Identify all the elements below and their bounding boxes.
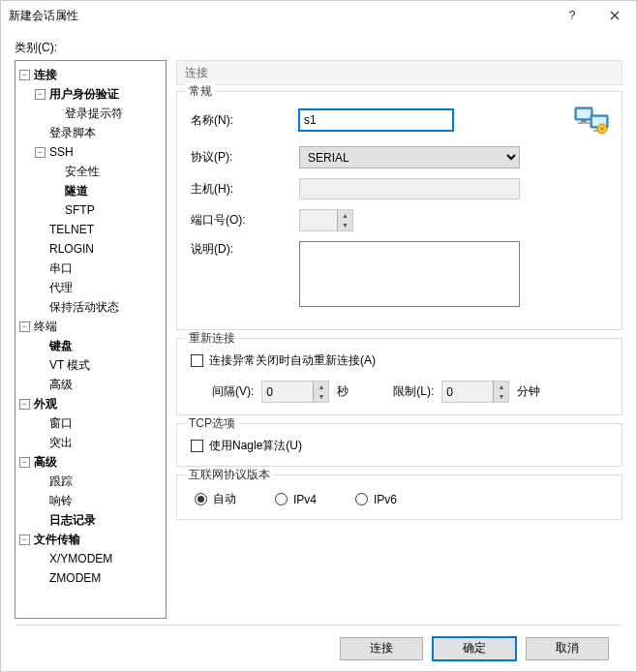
spin-down-icon[interactable]: ▼ xyxy=(314,392,328,403)
tree-sftp[interactable]: SFTP xyxy=(63,200,97,220)
tree-toggle[interactable]: − xyxy=(19,457,30,468)
titlebar: 新建会话属性 ? xyxy=(1,1,636,30)
main-row: −连接 −用户身份验证 登录提示符 登录脚本 −SSH 安全性 隧道 xyxy=(15,60,622,619)
tcp-group: TCP选项 使用Nagle算法(U) xyxy=(176,423,622,467)
desc-textarea[interactable] xyxy=(299,241,520,307)
tree-vt[interactable]: VT 模式 xyxy=(47,355,92,375)
cancel-button[interactable]: 取消 xyxy=(526,637,609,660)
tree-highlight[interactable]: 突出 xyxy=(47,433,75,452)
tree-toggle[interactable]: − xyxy=(19,321,30,332)
nagle-checkbox[interactable] xyxy=(191,440,203,452)
name-input[interactable] xyxy=(299,109,453,131)
tree-keepalive[interactable]: 保持活动状态 xyxy=(47,297,121,317)
svg-rect-2 xyxy=(581,120,587,122)
tree-rlogin[interactable]: RLOGIN xyxy=(47,239,96,259)
reconnect-group: 重新连接 连接异常关闭时自动重新连接(A) 间隔(V): ▲▼ 秒 限制(L xyxy=(176,338,622,415)
category-tree[interactable]: −连接 −用户身份验证 登录提示符 登录脚本 −SSH 安全性 隧道 xyxy=(15,60,167,619)
ok-button[interactable]: 确定 xyxy=(433,637,516,660)
host-input[interactable] xyxy=(299,178,520,199)
content-area: 类别(C): −连接 −用户身份验证 登录提示符 登录脚本 −SSH xyxy=(1,30,636,671)
tree-proxy[interactable]: 代理 xyxy=(47,278,75,297)
tree-connection[interactable]: 连接 xyxy=(32,65,59,84)
svg-rect-3 xyxy=(578,122,590,124)
dialog: 新建会话属性 ? 类别(C): −连接 −用户身份验证 登录提示符 登录脚本 xyxy=(0,0,637,672)
spin-down-icon[interactable]: ▼ xyxy=(338,221,352,231)
ipver-ipv6-radio[interactable]: IPv6 xyxy=(355,493,397,506)
tree-appearance[interactable]: 外观 xyxy=(32,394,59,413)
window-title: 新建会话属性 xyxy=(9,8,551,24)
tree-security[interactable]: 安全性 xyxy=(63,162,102,181)
auto-reconnect-label: 连接异常关闭时自动重新连接(A) xyxy=(209,352,376,369)
spin-up-icon[interactable]: ▲ xyxy=(494,382,508,392)
help-button[interactable]: ? xyxy=(551,1,593,30)
tree-toggle[interactable]: − xyxy=(19,70,30,80)
right-pane: 连接 常规 名称(N): xyxy=(176,60,622,619)
tree-toggle[interactable]: − xyxy=(19,535,30,545)
tree-tunnel[interactable]: 隧道 xyxy=(63,181,90,200)
svg-rect-1 xyxy=(577,109,591,118)
port-label: 端口号(O): xyxy=(187,212,293,229)
tree-trace[interactable]: 跟踪 xyxy=(47,472,75,491)
interval-spinner[interactable]: ▲▼ xyxy=(261,381,329,403)
tree-toggle[interactable]: − xyxy=(35,147,46,158)
tree-toggle[interactable]: − xyxy=(19,399,30,410)
host-label: 主机(H): xyxy=(187,181,293,198)
nagle-label: 使用Nagle算法(U) xyxy=(209,438,302,454)
reconnect-legend: 重新连接 xyxy=(185,330,239,347)
connection-icon xyxy=(573,104,612,137)
footer: 连接 确定 取消 xyxy=(15,625,622,671)
ipver-legend: 互联网协议版本 xyxy=(185,467,274,483)
protocol-label: 协议(P): xyxy=(187,149,293,166)
close-button[interactable] xyxy=(593,1,636,30)
tree-serial[interactable]: 串口 xyxy=(47,259,75,278)
port-spinner[interactable]: ▲▼ xyxy=(299,209,353,231)
tree-keyboard[interactable]: 键盘 xyxy=(47,336,75,355)
tree-terminal[interactable]: 终端 xyxy=(32,317,59,336)
tree-window[interactable]: 窗口 xyxy=(47,413,75,433)
ipver-ipv4-radio[interactable]: IPv4 xyxy=(275,493,317,506)
connect-button[interactable]: 连接 xyxy=(340,637,423,660)
tree-telnet[interactable]: TELNET xyxy=(47,220,96,239)
ipver-auto-radio[interactable]: 自动 xyxy=(195,491,236,507)
interval-label: 间隔(V): xyxy=(212,383,254,400)
tree-auth[interactable]: 用户身份验证 xyxy=(47,84,121,104)
category-label: 类别(C): xyxy=(15,40,622,56)
limit-input[interactable] xyxy=(442,382,493,402)
name-label: 名称(N): xyxy=(187,112,293,129)
tree-login-prompt[interactable]: 登录提示符 xyxy=(63,104,125,123)
protocol-select[interactable]: SERIAL xyxy=(299,146,520,168)
tree-toggle[interactable]: − xyxy=(35,89,46,100)
limit-spinner[interactable]: ▲▼ xyxy=(441,381,509,403)
tree-logging[interactable]: 日志记录 xyxy=(47,510,98,530)
limit-unit: 分钟 xyxy=(517,383,540,400)
tree-advanced1[interactable]: 高级 xyxy=(47,375,75,394)
tree-zmodem[interactable]: ZMODEM xyxy=(47,568,103,588)
general-group: 常规 名称(N): xyxy=(176,91,622,330)
port-input[interactable] xyxy=(300,210,337,230)
tree-bell[interactable]: 响铃 xyxy=(47,491,75,510)
spin-down-icon[interactable]: ▼ xyxy=(494,392,508,403)
general-legend: 常规 xyxy=(185,83,216,100)
desc-label: 说明(D): xyxy=(187,241,293,258)
tree-ssh[interactable]: SSH xyxy=(47,142,76,162)
spin-up-icon[interactable]: ▲ xyxy=(338,210,352,221)
tcp-legend: TCP选项 xyxy=(185,415,239,432)
tree-advanced[interactable]: 高级 xyxy=(32,452,59,472)
close-icon xyxy=(610,11,620,20)
ipver-group: 互联网协议版本 自动 IPv4 IPv6 xyxy=(176,474,622,520)
tree-filetransfer[interactable]: 文件传输 xyxy=(32,530,82,549)
tree-login-script[interactable]: 登录脚本 xyxy=(47,123,98,142)
tree-xymodem[interactable]: X/YMODEM xyxy=(47,549,114,568)
interval-input[interactable] xyxy=(262,382,313,402)
panel-header: 连接 xyxy=(176,60,622,85)
limit-label: 限制(L): xyxy=(393,383,434,400)
spin-up-icon[interactable]: ▲ xyxy=(314,382,328,392)
interval-unit: 秒 xyxy=(337,383,349,400)
auto-reconnect-checkbox[interactable] xyxy=(191,354,203,367)
